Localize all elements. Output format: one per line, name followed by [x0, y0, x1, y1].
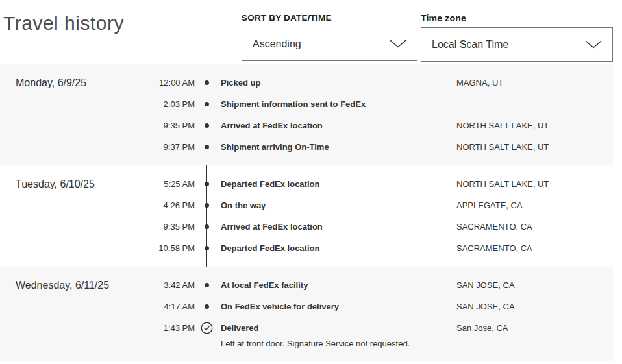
timeline-event-row: 4:26 PM On the way APPLEGATE, CA [0, 195, 613, 216]
chevron-down-icon [390, 40, 406, 48]
travel-history-header: Travel history SORT BY DATE/TIME Ascendi… [0, 0, 622, 64]
timeline-event-row: 4:17 AM On FedEx vehicle for delivery SA… [0, 296, 613, 317]
day-date: Wednesday, 6/11/25 [16, 280, 136, 291]
chevron-down-icon [585, 40, 602, 49]
timeline-marker [195, 246, 219, 250]
timeline-dot-icon [205, 123, 209, 128]
timeline-marker [195, 145, 219, 149]
event-time: 5:25 AM [136, 179, 195, 189]
event-location: MAGNA, UT [456, 78, 613, 88]
timeline-marker [195, 322, 219, 334]
timeline-dot-icon [205, 145, 209, 149]
footer-spacer [0, 361, 622, 364]
event-location: San Jose, CA [456, 323, 613, 333]
event-status: Picked up [219, 78, 456, 88]
event-status: Arrived at FedEx location [219, 222, 456, 232]
timeline-marker [195, 102, 219, 106]
page-title: Travel history [3, 12, 124, 34]
timeline-marker [195, 182, 219, 186]
timeline-dot-icon [205, 304, 209, 309]
timeline-event-row: Wednesday, 6/11/25 3:42 AM At local FedE… [0, 274, 613, 296]
event-location: NORTH SALT LAKE, UT [456, 142, 613, 152]
timeline-marker [195, 283, 219, 287]
event-status: Departed FedEx location [219, 243, 456, 253]
event-status: Shipment arriving On-Time [219, 142, 456, 152]
day-section-monday: Monday, 6/9/25 12:00 AM Picked up MAGNA,… [0, 64, 613, 165]
event-time: 4:17 AM [136, 302, 195, 311]
event-location: NORTH SALT LAKE, UT [456, 179, 613, 189]
timeline-dot-icon [205, 102, 209, 106]
timeline-event-row: 9:35 PM Arrived at FedEx location NORTH … [0, 115, 613, 136]
event-time: 9:37 PM [136, 142, 195, 152]
day-date: Tuesday, 6/10/25 [16, 178, 136, 190]
timeline-dot-icon [205, 80, 209, 85]
time-zone-value: Local Scan Time [432, 39, 508, 51]
sort-by-date-select[interactable]: Ascending [242, 27, 417, 61]
travel-history-timeline: Monday, 6/9/25 12:00 AM Picked up MAGNA,… [0, 64, 613, 361]
timeline-dot-icon [205, 283, 209, 287]
event-time: 12:00 AM [136, 78, 195, 88]
event-time: 1:43 PM [136, 323, 195, 333]
timeline-marker [195, 304, 219, 309]
timeline-dot-icon [205, 182, 209, 186]
timeline-marker [195, 80, 219, 85]
timeline-event-row: 9:35 PM Arrived at FedEx location SACRAM… [0, 216, 613, 237]
event-status: On the way [219, 200, 456, 210]
time-zone-control: Time zone Local Scan Time [421, 13, 613, 62]
event-location: APPLEGATE, CA [456, 200, 613, 210]
event-location: SACRAMENTO, CA [456, 222, 613, 232]
day-date: Monday, 6/9/25 [16, 77, 136, 89]
event-note: Left at front door. Signature Service no… [219, 339, 456, 348]
timeline-marker [195, 203, 219, 208]
event-status: On FedEx vehicle for delivery [219, 302, 456, 311]
event-location: SAN JOSE, CA [456, 302, 613, 311]
timeline-event-row: Tuesday, 6/10/25 5:25 AM Departed FedEx … [0, 173, 613, 195]
timeline-dot-icon [205, 246, 209, 250]
timeline-event-row: 2:03 PM Shipment information sent to Fed… [0, 93, 613, 115]
sort-by-date-label: SORT BY DATE/TIME [242, 13, 417, 23]
event-status: Shipment information sent to FedEx [219, 99, 456, 109]
timeline-event-row: 1:43 PM Delivered San Jose, CA [0, 317, 613, 339]
timeline-event-row: 10:58 PM Departed FedEx location SACRAME… [0, 237, 613, 259]
time-zone-label: Time zone [421, 13, 613, 23]
event-status: Arrived at FedEx location [219, 121, 456, 130]
timeline-event-row: Monday, 6/9/25 12:00 AM Picked up MAGNA,… [0, 72, 613, 93]
timeline-marker [195, 224, 219, 229]
event-status: Departed FedEx location [219, 179, 456, 189]
event-location: SAN JOSE, CA [456, 280, 613, 290]
event-time: 3:42 AM [136, 280, 195, 290]
event-time: 10:58 PM [136, 243, 195, 253]
timeline-dot-icon [205, 203, 209, 208]
timeline-event-note-row: Left at front door. Signature Service no… [0, 339, 613, 353]
time-zone-select[interactable]: Local Scan Time [421, 27, 613, 62]
timeline-event-row: 9:37 PM Shipment arriving On-Time NORTH … [0, 136, 613, 158]
day-section-tuesday: Tuesday, 6/10/25 5:25 AM Departed FedEx … [0, 165, 613, 267]
event-location: NORTH SALT LAKE, UT [456, 121, 613, 130]
event-time: 9:35 PM [136, 121, 195, 130]
timeline-dot-icon [205, 224, 209, 229]
delivered-check-icon [201, 322, 213, 334]
event-status: Delivered [219, 323, 456, 333]
sort-by-date-control: SORT BY DATE/TIME Ascending [242, 13, 417, 61]
event-time: 2:03 PM [136, 99, 195, 109]
event-time: 9:35 PM [136, 222, 195, 232]
day-section-wednesday: Wednesday, 6/11/25 3:42 AM At local FedE… [0, 267, 613, 361]
event-status: At local FedEx facility [219, 280, 456, 290]
event-time: 4:26 PM [136, 200, 195, 210]
timeline-marker [195, 123, 219, 128]
sort-by-date-value: Ascending [253, 38, 301, 50]
event-location: SACRAMENTO, CA [456, 243, 613, 253]
